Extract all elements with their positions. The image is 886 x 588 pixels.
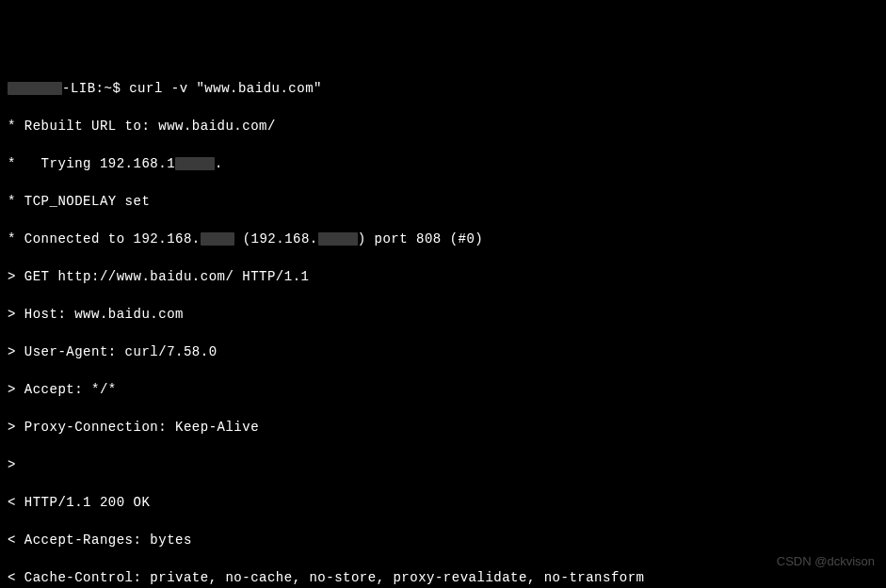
redacted-ip xyxy=(175,157,215,170)
request-end: > xyxy=(8,455,878,474)
verbose-connected: * Connected to 192.168. (192.168.) port … xyxy=(8,230,878,248)
prompt-suffix: -LIB:~$ xyxy=(62,81,129,96)
response-status: < HTTP/1.1 200 OK xyxy=(8,493,878,512)
prompt-line: -LIB:~$ curl -v "www.baidu.com" xyxy=(8,79,878,98)
request-host: > Host: www.baidu.com xyxy=(8,305,878,324)
watermark: CSDN @dckvison xyxy=(777,553,875,571)
response-cache-control: < Cache-Control: private, no-cache, no-s… xyxy=(8,568,878,587)
request-proxy-connection: > Proxy-Connection: Keep-Alive xyxy=(8,418,878,437)
redacted-ip xyxy=(201,232,234,246)
redacted-ip xyxy=(318,232,358,246)
verbose-trying: * Trying 192.168.1. xyxy=(8,154,878,173)
request-user-agent: > User-Agent: curl/7.58.0 xyxy=(8,342,878,361)
verbose-rebuilt: * Rebuilt URL to: www.baidu.com/ xyxy=(8,117,878,135)
request-accept: > Accept: */* xyxy=(8,380,878,399)
redacted-hostname xyxy=(8,82,62,95)
request-get: > GET http://www.baidu.com/ HTTP/1.1 xyxy=(8,267,878,286)
command-text: curl -v "www.baidu.com" xyxy=(129,81,322,96)
terminal-output[interactable]: -LIB:~$ curl -v "www.baidu.com" * Rebuil… xyxy=(8,79,878,588)
verbose-nodelay: * TCP_NODELAY set xyxy=(8,192,878,211)
response-accept-ranges: < Accept-Ranges: bytes xyxy=(8,531,878,549)
